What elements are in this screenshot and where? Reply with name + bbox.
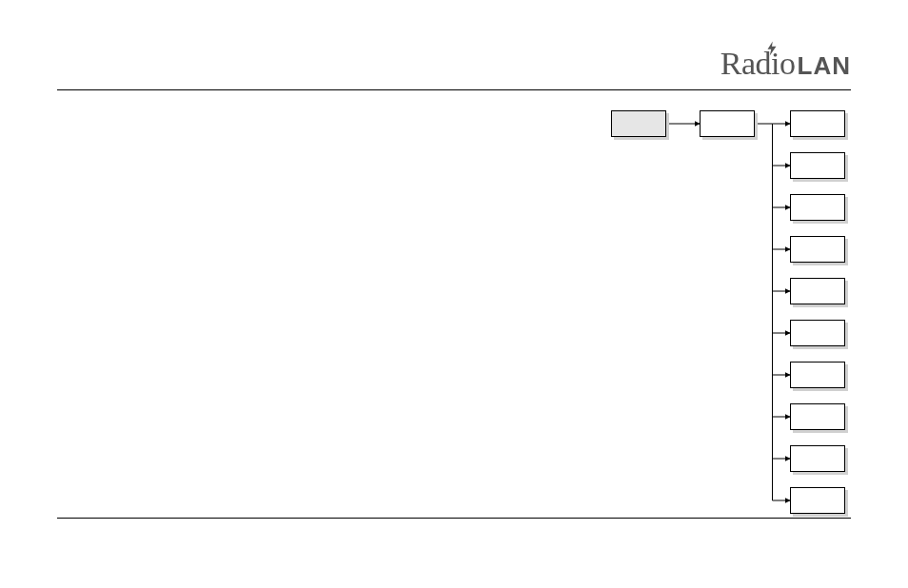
diagram-node-r1 bbox=[790, 152, 845, 179]
logo-text-lan: LAN bbox=[798, 51, 851, 81]
diagram-node-r6 bbox=[790, 362, 845, 388]
logo-text-radio: Radio bbox=[720, 46, 796, 82]
document-page: Radio LAN bbox=[0, 0, 908, 588]
horizontal-rule-bottom bbox=[57, 518, 851, 519]
tree-diagram bbox=[0, 107, 908, 506]
diagram-node-r3 bbox=[790, 236, 845, 263]
diagram-node-root bbox=[611, 110, 666, 137]
diagram-node-r0 bbox=[790, 110, 845, 137]
diagram-connectors bbox=[0, 107, 908, 506]
diagram-node-r7 bbox=[790, 403, 845, 430]
diagram-node-r2 bbox=[790, 194, 845, 221]
diagram-node-r5 bbox=[790, 320, 845, 346]
diagram-node-mid bbox=[700, 110, 755, 137]
diagram-node-r8 bbox=[790, 445, 845, 472]
horizontal-rule-top bbox=[57, 89, 851, 90]
lightning-bolt-icon bbox=[763, 40, 780, 57]
diagram-node-r9 bbox=[790, 487, 845, 514]
diagram-node-r4 bbox=[790, 278, 845, 304]
brand-logo: Radio LAN bbox=[720, 46, 851, 82]
